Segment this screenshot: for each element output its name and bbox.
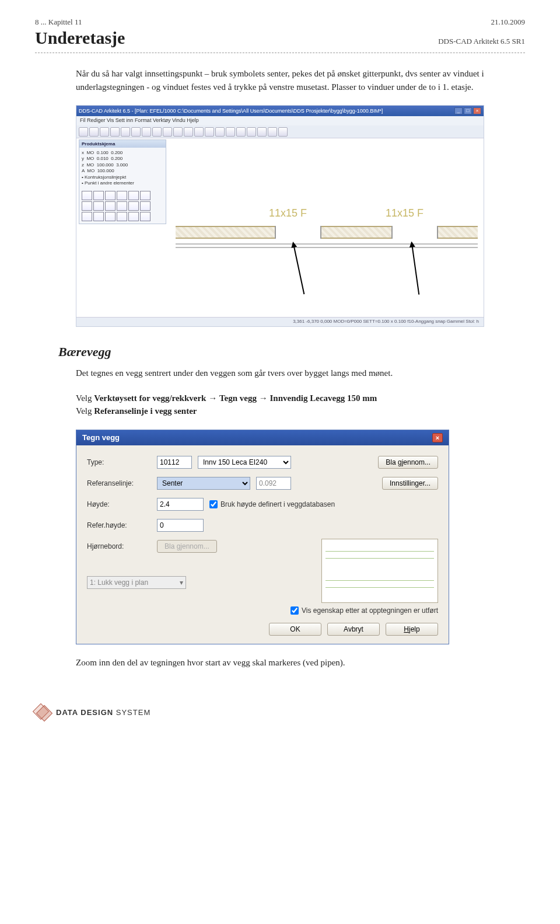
- show-props-checkbox[interactable]: Vis egenskap etter at opptegningen er ut…: [290, 606, 438, 615]
- palette-info: x MO 0.100 0.200 y MO 0.010 0.200 z MO 1…: [79, 148, 166, 189]
- height-input[interactable]: [157, 498, 204, 511]
- toolbar-button[interactable]: [205, 127, 214, 137]
- label-type: Type:: [87, 458, 151, 466]
- chapter-ref: 8 ... Kapittel 11: [35, 18, 82, 27]
- toolbar-button[interactable]: [173, 127, 183, 137]
- menubar[interactable]: Fil Rediger Vis Sett inn Format Verktøy …: [76, 116, 484, 125]
- window-dim-2: 11x15 F: [386, 207, 424, 219]
- dialog-titlebar: Tegn vegg ×: [76, 430, 449, 445]
- ok-button[interactable]: OK: [269, 623, 321, 636]
- toolbar[interactable]: [76, 125, 484, 138]
- toolbar-button[interactable]: [184, 127, 193, 137]
- maximize-icon[interactable]: □: [464, 107, 472, 114]
- label-corner: Hjørnebord:: [87, 542, 151, 550]
- use-height-label: Bruk høyde definert i veggdatabasen: [220, 500, 335, 508]
- cancel-button[interactable]: Avbryt: [327, 623, 380, 636]
- browse-button[interactable]: Bla gjennom...: [378, 456, 438, 469]
- section2-p1: Det tegnes en vegg sentrert under den ve…: [76, 367, 484, 380]
- company-logo-icon: [35, 704, 51, 720]
- palette-title: Produktskjema: [79, 140, 166, 148]
- refline-select[interactable]: Senter: [157, 477, 250, 490]
- footer: DATA DESIGN SYSTEM: [35, 704, 525, 720]
- cad-canvas[interactable]: Produktskjema x MO 0.100 0.200 y MO 0.01…: [76, 138, 484, 317]
- company-name: DATA DESIGN SYSTEM: [56, 708, 150, 717]
- draw-wall-dialog: Tegn vegg × Type: Innv 150 Leca EI240 Bl…: [76, 430, 449, 644]
- toolbar-button[interactable]: [278, 127, 288, 137]
- toolbar-button[interactable]: [163, 127, 172, 137]
- label-height: Høyde:: [87, 500, 151, 508]
- closing-text: Zoom inn den del av tegningen hvor start…: [76, 656, 484, 670]
- show-props-check[interactable]: [290, 606, 299, 615]
- intro-paragraph: Når du så har valgt innsettingspunkt – b…: [76, 67, 484, 93]
- toolbar-button[interactable]: [79, 127, 88, 137]
- minimize-icon[interactable]: _: [454, 107, 463, 114]
- toolbar-button[interactable]: [194, 127, 204, 137]
- toolbar-button[interactable]: [257, 127, 267, 137]
- close-icon[interactable]: ×: [473, 107, 481, 114]
- window-symbol: [391, 226, 438, 239]
- app-titlebar: DDS-CAD Arkitekt 6.5 - [Plan: EFEL/1000 …: [76, 106, 484, 116]
- page-title: Underetasje: [35, 28, 125, 48]
- use-height-checkbox[interactable]: Bruk høyde definert i veggdatabasen: [209, 500, 335, 508]
- window-symbol: [275, 226, 321, 239]
- date: 21.10.2009: [491, 18, 526, 27]
- toolbar-button[interactable]: [247, 127, 256, 137]
- refheight-input[interactable]: [157, 519, 204, 532]
- corner-browse-button: Bla gjennom...: [157, 540, 217, 553]
- toolbar-button[interactable]: [131, 127, 141, 137]
- label-refheight: Refer.høyde:: [87, 521, 151, 529]
- arrow-annotation: [293, 243, 305, 294]
- product-palette[interactable]: Produktskjema x MO 0.100 0.200 y MO 0.01…: [79, 140, 166, 224]
- label-refline: Referanselinje:: [87, 479, 151, 487]
- toolbar-button[interactable]: [215, 127, 225, 137]
- help-button[interactable]: Hjelp: [386, 623, 438, 636]
- close-wall-select: 1: Lukk vegg i plan: [87, 576, 186, 589]
- toolbar-button[interactable]: [100, 127, 109, 137]
- refline-offset: [256, 477, 291, 490]
- toolbar-button[interactable]: [110, 127, 120, 137]
- settings-button[interactable]: Innstillinger...: [382, 477, 438, 490]
- wall-drawing: 11x15 F 11x15 F: [176, 226, 478, 267]
- type-name-select[interactable]: Innv 150 Leca EI240: [198, 456, 291, 469]
- dialog-title: Tegn vegg: [82, 433, 120, 442]
- use-height-check[interactable]: [209, 500, 218, 508]
- toolbar-button[interactable]: [152, 127, 162, 137]
- palette-swatches[interactable]: [79, 189, 166, 224]
- section-heading: Bærevegg: [58, 344, 502, 360]
- toolbar-button[interactable]: [89, 127, 99, 137]
- toolbar-button[interactable]: [142, 127, 151, 137]
- type-code-input[interactable]: [157, 456, 192, 469]
- app-title-text: DDS-CAD Arkitekt 6.5 - [Plan: EFEL/1000 …: [79, 108, 383, 114]
- cad-screenshot: DDS-CAD Arkitekt 6.5 - [Plan: EFEL/1000 …: [76, 105, 484, 327]
- statusbar: 3,361 -6,370 0,000 MOD=0/P000 SETT=0.100…: [76, 317, 484, 326]
- show-props-label: Vis egenskap etter at opptegningen er ut…: [302, 606, 438, 615]
- window-dim-1: 11x15 F: [269, 207, 307, 219]
- toolbar-button[interactable]: [226, 127, 235, 137]
- version: DDS-CAD Arkitekt 6.5 SR1: [438, 37, 525, 46]
- close-icon[interactable]: ×: [432, 433, 443, 442]
- section2-p2: Velg Verktøysett for vegg/rekkverk → Teg…: [76, 392, 484, 418]
- toolbar-button[interactable]: [121, 127, 130, 137]
- toolbar-button[interactable]: [236, 127, 246, 137]
- toolbar-button[interactable]: [268, 127, 277, 137]
- wall-preview: [321, 539, 438, 603]
- arrow-annotation: [411, 242, 420, 294]
